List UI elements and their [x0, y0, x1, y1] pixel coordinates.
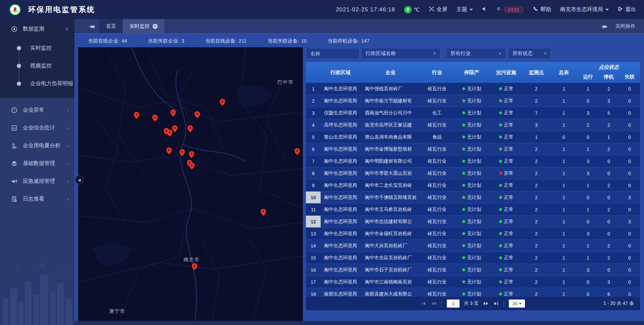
map-pin-icon[interactable]: [188, 162, 196, 170]
name-search-input[interactable]: [306, 48, 360, 59]
sidebar-subitem[interactable]: 企业电力负荷明细: [0, 75, 74, 93]
row-index: 12: [306, 216, 321, 227]
cell-monitor-count: 1: [523, 131, 550, 143]
sidebar-item-emergency-reduction[interactable]: 应急减排管理 ‹: [0, 172, 74, 190]
map-pin-icon[interactable]: [193, 111, 201, 119]
cell-industry: 砖瓦行业: [421, 192, 453, 203]
table-row[interactable]: 2 阆中生态环境局 阆中市南方节能建材有 砖瓦行业 无计划 正常 2 1 0 3…: [306, 95, 640, 107]
sidebar-item-log-view[interactable]: 日志查看 ‹: [0, 190, 74, 208]
table-row[interactable]: 3 仪陇生态环境局 西南油气田分公司川中 化工 无计划 正常 7 1 3 5 0: [306, 107, 640, 119]
mute-button[interactable]: [482, 6, 487, 13]
first-page-icon[interactable]: [421, 301, 426, 306]
tabs-scroll-right-icon[interactable]: ▶▶: [602, 24, 606, 29]
table-row[interactable]: 15 阆中生态环境局 阆中市光富页岩机砖厂 砖瓦行业 无计划 正常 2 1 1 …: [306, 252, 640, 264]
tabs-scroll-left-icon[interactable]: ◀◀: [89, 24, 93, 29]
cell-facility-status: 正常: [504, 267, 514, 273]
cell-limit-status: 无计划: [467, 207, 481, 213]
sidebar-item-power-analysis[interactable]: 企业用电量分析 ‹: [0, 137, 74, 155]
map-pin-icon[interactable]: [187, 151, 196, 159]
map-pin-icon[interactable]: [169, 109, 177, 117]
sidebar: 数据监测 ∨ 实时监控 视频监控 企业电力负荷明细: [0, 19, 74, 325]
table-row[interactable]: 7 阆中生态环境局 阆中明阳建材有限公司 砖瓦行业 无计划 正常 2 1 3 0…: [306, 155, 640, 167]
table-row[interactable]: 4 高坪生态环境局 南充市高坪区王家店建 砖瓦行业 无计划 正常 3 1 2 2…: [306, 119, 640, 131]
cell-industry: 砖瓦行业: [421, 143, 453, 155]
map-pin-icon[interactable]: [171, 125, 179, 133]
table-row[interactable]: 5 营山生态环境局 营山县润丰肉食品有限 食品 无计划 正常 1 0 0 1 0: [306, 131, 640, 143]
cell-facility-status: 正常: [504, 207, 514, 213]
map-pin-icon[interactable]: [186, 125, 194, 133]
sidebar-item-base-data[interactable]: 基础数据管理 ‹: [0, 155, 74, 172]
page-size-select[interactable]: 20: [509, 300, 525, 308]
logout-button[interactable]: 退出: [618, 6, 636, 13]
map-pin-icon[interactable]: [165, 147, 173, 155]
cell-limit-status: 无计划: [467, 255, 481, 261]
map-pin-icon[interactable]: [259, 208, 267, 216]
industry-select[interactable]: 所有行业 ∨: [446, 48, 506, 59]
table-row[interactable]: 18 南部生态环境局 南部县建兴大成有限公 砖瓦行业 无计划 正常 2 1 0 …: [306, 288, 640, 297]
bullet-dot-icon: [17, 46, 21, 50]
org-dropdown[interactable]: 南充市生态环境局: [560, 6, 609, 13]
cell-run-count: 0: [578, 288, 598, 297]
cell-company: 营山县润丰肉食品有限: [360, 131, 421, 143]
sidebar-item-enterprise-statistics[interactable]: 企业综合统计 ‹: [0, 119, 74, 137]
temperature: 0 ℃: [404, 6, 420, 13]
cell-stop-count: 2: [598, 83, 619, 95]
cell-limit-status: 无计划: [467, 219, 481, 225]
fullscreen-button[interactable]: 全屏: [429, 6, 447, 13]
page-number-input[interactable]: 1: [447, 300, 460, 308]
prev-page-icon[interactable]: [431, 301, 437, 306]
tab-close-icon[interactable]: ✕: [153, 24, 158, 29]
facility-status-dot: [499, 87, 502, 90]
map-pin-icon[interactable]: [151, 114, 159, 122]
table-row[interactable]: 16 阆中生态环境局 阆中市石子页岩机砖厂 砖瓦行业 无计划 正常 2 1 3 …: [306, 264, 640, 276]
sidebar-item-enterprise-abnormal[interactable]: 企业异常 ‹: [0, 101, 74, 119]
cell-region: 阆中生态环境局: [321, 240, 360, 252]
map-panel[interactable]: 巴中市南充市遂宁市: [78, 47, 303, 321]
limit-status-dot: [462, 232, 465, 235]
map-pin-icon[interactable]: [191, 263, 199, 271]
tab-realtime-monitor[interactable]: 实时监控 ✕: [123, 19, 164, 33]
cell-region: 阆中生态环境局: [321, 83, 360, 95]
cell-stop-count: 2: [598, 240, 619, 252]
row-index: 18: [306, 288, 321, 297]
map-pin-icon[interactable]: [132, 111, 141, 119]
status-select[interactable]: 所有状态 ∨: [508, 48, 551, 59]
table-row[interactable]: 11 阆中生态环境局 阆中市五马桥页岩机砖 砖瓦行业 无计划 正常 2 1 1 …: [306, 204, 640, 216]
cell-total-meter: 1: [550, 216, 578, 227]
cell-total-meter: 1: [550, 288, 578, 297]
table-row[interactable]: 6 阆中生态环境局 阆中市金博瑞新型墙材 砖瓦行业 无计划 正常 2 1 1 2…: [306, 143, 640, 155]
theme-dropdown[interactable]: 主题: [457, 6, 473, 13]
sidebar-subitem[interactable]: 视频监控: [0, 57, 74, 75]
cell-total-meter: 1: [550, 167, 578, 179]
cell-facility-status: 正常: [504, 243, 514, 249]
row-index: 17: [306, 276, 321, 288]
table-row[interactable]: 9 阆中生态环境局 阆中市二龙长宝页岩砖 砖瓦行业 无计划 正常 2 1 1 2…: [306, 179, 640, 192]
next-page-icon[interactable]: [483, 301, 489, 306]
cell-facility-status: 正常: [504, 146, 514, 152]
panel-collapse-button[interactable]: ◀: [75, 175, 84, 184]
table-row[interactable]: 1 阆中生态环境局 阆中强锐页岩砖厂 砖瓦行业 无计划 正常 2 1 1 2 0: [306, 83, 640, 95]
cell-region: 阆中生态环境局: [321, 179, 360, 191]
row-index: 16: [306, 264, 321, 276]
table-row[interactable]: 10 阆中生态环境局 阆中市千佛镇五郎垭页岩 砖瓦行业 无计划 正常 2 1 0…: [306, 192, 640, 204]
last-page-icon[interactable]: [493, 301, 499, 306]
help-button[interactable]: 帮助: [533, 6, 551, 13]
table-row[interactable]: 8 阆中生态环境局 阆中市枣碧大梁山页岩 砖瓦行业 无计划 异常 2 1 3 0…: [306, 167, 640, 179]
sidebar-item-data-monitoring[interactable]: 数据监测 ∨: [0, 19, 74, 39]
data-monitor-icon: [11, 25, 17, 32]
tab-home[interactable]: 首页: [99, 19, 123, 33]
table-row[interactable]: 12 阆中生态环境局 阆中市忠信建材有限公 砖瓦行业 无计划 正常 2 1 0 …: [306, 216, 640, 228]
cell-lost-count: 3: [619, 216, 640, 227]
table-row[interactable]: 14 阆中生态环境局 阆中大兴页岩机砖厂 砖瓦行业 无计划 正常 2 1 1 2…: [306, 240, 640, 252]
map-pin-icon[interactable]: [178, 149, 186, 157]
table-row[interactable]: 13 阆中生态环境局 阆中市金福旺页岩机砖 砖瓦行业 无计划 正常 2 1 3 …: [306, 228, 640, 240]
map-pin-icon[interactable]: [218, 98, 226, 106]
region-select[interactable]: 行政区域名称 ∨: [361, 48, 440, 59]
notification-area[interactable]: 2632: [496, 6, 524, 13]
sidebar-subitem[interactable]: 实时监控: [0, 39, 74, 57]
cell-company: 阆中市南方节能建材有: [360, 95, 421, 107]
cell-stop-count: 2: [598, 252, 619, 264]
map-pin-icon[interactable]: [293, 148, 301, 156]
close-operations-button[interactable]: 关闭操作: [615, 23, 635, 30]
table-row[interactable]: 17 阆中生态环境局 阆中市江南镇阆南页岩 砖瓦行业 无计划 正常 2 1 0 …: [306, 276, 640, 288]
